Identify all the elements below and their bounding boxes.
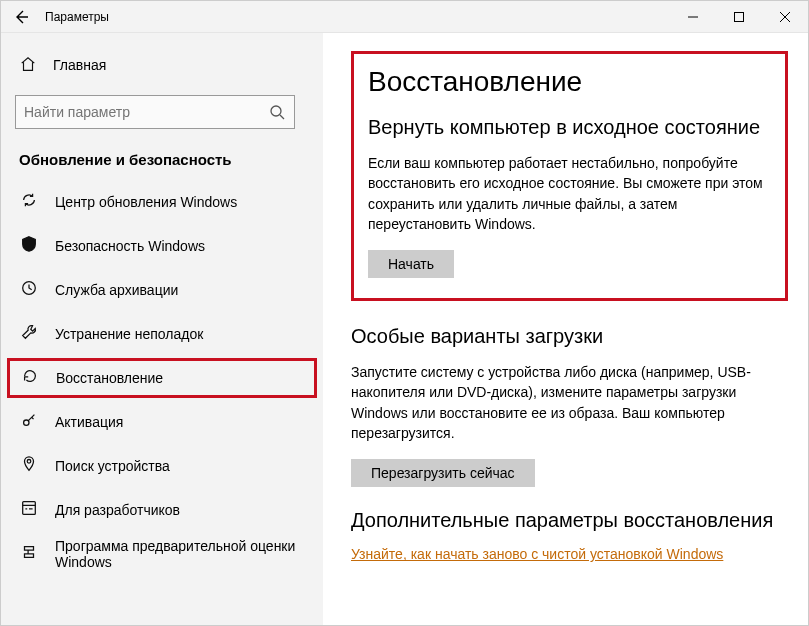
- restart-now-button[interactable]: Перезагрузить сейчас: [351, 459, 535, 487]
- close-icon: [779, 11, 791, 23]
- more-heading: Дополнительные параметры восстановления: [351, 509, 788, 532]
- sidebar-section-header: Обновление и безопасность: [1, 143, 323, 180]
- advanced-description: Запустите систему с устройства либо диск…: [351, 362, 781, 443]
- more-recovery-section: Дополнительные параметры восстановления …: [351, 509, 788, 562]
- search-input[interactable]: [24, 104, 268, 120]
- sidebar-item-label: Для разработчиков: [55, 502, 305, 518]
- sidebar-item-insider[interactable]: Программа предварительной оценки Windows: [1, 532, 323, 576]
- sidebar-item-activation[interactable]: Активация: [1, 400, 323, 444]
- fresh-start-link[interactable]: Узнайте, как начать заново с чистой уста…: [351, 546, 723, 562]
- reset-description: Если ваш компьютер работает нестабильно,…: [368, 153, 767, 234]
- svg-point-1: [271, 106, 281, 116]
- settings-window: Параметры Главная: [0, 0, 809, 626]
- sidebar-item-backup[interactable]: Служба архивации: [1, 268, 323, 312]
- sidebar-home[interactable]: Главная: [1, 45, 323, 85]
- sidebar-item-label: Восстановление: [56, 370, 304, 386]
- advanced-startup-section: Особые варианты загрузки Запустите систе…: [351, 325, 788, 489]
- page-title: Восстановление: [368, 66, 767, 98]
- shield-icon: [19, 235, 39, 257]
- svg-point-4: [27, 460, 31, 464]
- sidebar-item-troubleshoot[interactable]: Устранение неполадок: [1, 312, 323, 356]
- sidebar-item-label: Устранение неполадок: [55, 326, 305, 342]
- svg-rect-0: [735, 12, 744, 21]
- advanced-heading: Особые варианты загрузки: [351, 325, 788, 348]
- sidebar-item-find-device[interactable]: Поиск устройства: [1, 444, 323, 488]
- sidebar-home-label: Главная: [53, 57, 106, 73]
- close-button[interactable]: [762, 1, 808, 33]
- minimize-icon: [687, 11, 699, 23]
- sidebar-item-label: Служба архивации: [55, 282, 305, 298]
- wrench-icon: [19, 323, 39, 345]
- restore-icon: [20, 367, 40, 389]
- home-icon: [19, 55, 37, 76]
- back-arrow-icon: [13, 9, 29, 25]
- search-box[interactable]: [15, 95, 295, 129]
- code-icon: [19, 499, 39, 521]
- search-icon: [268, 103, 286, 121]
- sidebar-item-label: Центр обновления Windows: [55, 194, 305, 210]
- sidebar-item-recovery[interactable]: Восстановление: [7, 358, 317, 398]
- back-button[interactable]: [1, 1, 41, 33]
- key-icon: [19, 411, 39, 433]
- sidebar-item-label: Активация: [55, 414, 305, 430]
- sidebar-item-label: Программа предварительной оценки Windows: [55, 538, 305, 570]
- sidebar: Главная Обновление и безопасность Центр …: [1, 33, 323, 625]
- sidebar-nav: Центр обновления Windows Безопасность Wi…: [1, 180, 323, 576]
- sidebar-item-developers[interactable]: Для разработчиков: [1, 488, 323, 532]
- history-icon: [19, 279, 39, 301]
- reset-pc-section: Восстановление Вернуть компьютер в исход…: [351, 51, 788, 301]
- titlebar: Параметры: [1, 1, 808, 33]
- sidebar-item-label: Поиск устройства: [55, 458, 305, 474]
- sync-icon: [19, 191, 39, 213]
- location-icon: [19, 455, 39, 477]
- svg-rect-5: [23, 502, 36, 515]
- main-content: Восстановление Вернуть компьютер в исход…: [323, 33, 808, 625]
- maximize-button[interactable]: [716, 1, 762, 33]
- sidebar-item-update[interactable]: Центр обновления Windows: [1, 180, 323, 224]
- sidebar-item-security[interactable]: Безопасность Windows: [1, 224, 323, 268]
- reset-heading: Вернуть компьютер в исходное состояние: [368, 116, 767, 139]
- window-title: Параметры: [41, 10, 109, 24]
- reset-start-button[interactable]: Начать: [368, 250, 454, 278]
- sidebar-item-label: Безопасность Windows: [55, 238, 305, 254]
- minimize-button[interactable]: [670, 1, 716, 33]
- refresh-icon: [19, 543, 39, 565]
- maximize-icon: [733, 11, 745, 23]
